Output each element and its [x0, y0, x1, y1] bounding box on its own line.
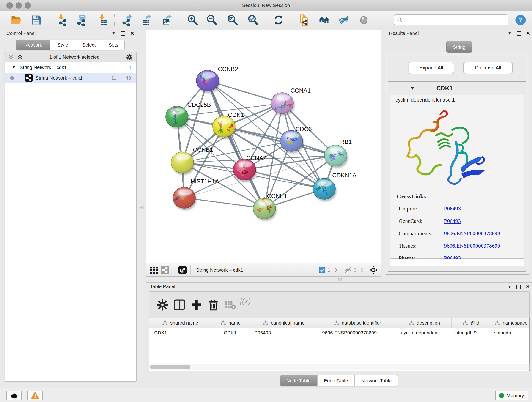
results-horizontal-scrollbar[interactable] [390, 259, 524, 266]
network-overview-button[interactable] [160, 265, 170, 274]
function-builder-button-disabled: f(x) [240, 297, 260, 309]
search-input[interactable] [405, 16, 507, 24]
collection-expander-icon[interactable]: ▼ [12, 65, 16, 70]
zoom-in-button[interactable] [186, 14, 198, 26]
selected-checkbox-icon[interactable] [319, 267, 326, 274]
tab-string[interactable]: String [446, 41, 472, 53]
crosslink-row: Uniprot:P06493 [399, 206, 461, 212]
export-image-button[interactable] [160, 14, 172, 26]
float-panel-icon[interactable]: ▼ [507, 284, 511, 289]
tab-network-table[interactable]: Network Table [355, 375, 398, 386]
column-header-canonicalname[interactable]: canonical name [250, 318, 318, 328]
add-column-button[interactable] [190, 298, 203, 311]
network-row-selected[interactable]: String Network – cdk1 11 48 [5, 73, 136, 83]
detach-view-button[interactable] [178, 265, 187, 274]
export-network-button[interactable] [121, 14, 133, 26]
collapse-all-button[interactable]: Collapse All [463, 62, 513, 74]
expand-all-button[interactable]: Expand All [409, 62, 454, 74]
crosslink-link[interactable]: P06493 [444, 218, 461, 224]
network-home-button[interactable] [318, 14, 330, 26]
node-label: CDC6 [296, 126, 312, 133]
cloud-status-button[interactable] [6, 391, 22, 400]
zoom-out-button[interactable] [206, 14, 218, 26]
left-splitter-handle[interactable] [140, 206, 144, 210]
control-panel-window-controls: ▼ ✕ [112, 31, 134, 36]
network-node-ccna1[interactable]: CCNA1 [271, 87, 311, 116]
pan-crosshair-icon[interactable] [368, 265, 378, 275]
hide-panel-button[interactable] [338, 14, 350, 26]
close-panel-icon[interactable]: ✕ [526, 284, 530, 290]
column-header-name[interactable]: name [211, 318, 250, 328]
refresh-icon [273, 14, 285, 26]
expand-all-icon[interactable] [17, 54, 24, 61]
table-row[interactable]: CDK1CDK1P064939606.ENSP00000378699cyclin… [149, 328, 530, 338]
scrollbar-thumb[interactable] [150, 365, 190, 369]
warning-status-button[interactable] [27, 391, 43, 400]
open-session-button[interactable] [10, 14, 22, 26]
options-gear-icon[interactable] [125, 53, 133, 61]
memory-button[interactable]: Memory [495, 391, 528, 400]
table-header-row[interactable]: shared namenamecanonical namedatabase id… [149, 318, 530, 328]
hidden-eye-slash-icon[interactable] [344, 266, 352, 274]
tab-edge-table[interactable]: Edge Table [317, 375, 355, 386]
maximize-panel-icon[interactable] [516, 285, 521, 289]
import-network-file-button[interactable] [56, 14, 68, 26]
table-cell: CDK1 [149, 328, 211, 338]
maximize-panel-icon[interactable] [121, 32, 125, 36]
zoom-fit-button[interactable] [226, 14, 238, 26]
table-options-button[interactable] [156, 298, 169, 311]
crosslink-link[interactable]: 9606.ENSP00000378699 [444, 243, 500, 249]
horizontal-splitter-handle[interactable] [338, 278, 342, 281]
column-header-id[interactable]: @id [452, 318, 490, 328]
tab-node-table[interactable]: Node Table [280, 375, 317, 386]
tab-sets[interactable]: Sets [102, 40, 125, 50]
network-node-ccnb2[interactable]: CCNB2 [196, 65, 238, 93]
help-button[interactable]: ? [515, 14, 526, 26]
crosslink-link[interactable]: 9606.ENSP00000378699 [444, 230, 500, 236]
gear-icon [156, 298, 169, 311]
close-panel-icon[interactable]: ✕ [526, 31, 530, 36]
network-tree: ▼ String Network – cdk1 1 String Network… [5, 62, 136, 381]
network-node-rb1[interactable]: RB1 [324, 138, 352, 168]
table-horizontal-scrollbar[interactable] [149, 364, 530, 370]
network-node-cdkn1a[interactable]: CDKN1A [313, 172, 356, 201]
collapse-all-icon[interactable] [7, 54, 14, 61]
birdseye-grid-button[interactable] [149, 265, 158, 274]
save-session-button[interactable] [30, 14, 42, 26]
netbar-separator [190, 265, 191, 274]
show-column-button[interactable] [173, 298, 186, 311]
network-node-cdk1[interactable]: CDK1 [213, 111, 244, 139]
network-view-canvas[interactable]: CCNB2CCNA1CDC25BCDK1CDC6RB1CCNB1CCNA2CDK… [146, 30, 381, 264]
close-panel-icon[interactable]: ✕ [130, 31, 134, 36]
maximize-panel-icon[interactable] [517, 32, 521, 36]
crosslink-link[interactable]: P06493 [444, 206, 461, 211]
import-network-database-button[interactable] [76, 14, 88, 26]
zoom-selected-button[interactable] [247, 14, 259, 26]
network-edge-count: 48 [126, 75, 131, 81]
crosslinks-title: CrossLinks [397, 193, 426, 200]
network-collection-row[interactable]: ▼ String Network – cdk1 1 [5, 62, 136, 73]
tab-select[interactable]: Select [75, 40, 103, 50]
column-header-namespace[interactable]: namespace [490, 318, 530, 328]
network-node-cdc6[interactable]: CDC6 [280, 126, 312, 153]
delete-column-button[interactable] [207, 298, 220, 311]
import-table-button[interactable] [97, 14, 109, 26]
column-header-databaseidentifier[interactable]: database identifier [318, 318, 397, 328]
network-node-hist1h1a[interactable]: HIST1H1A [172, 178, 219, 211]
section-expander-icon[interactable]: ▼ [410, 86, 414, 91]
column-header-sharedname[interactable]: shared name [149, 318, 211, 328]
network-from-document-button[interactable] [298, 14, 310, 26]
network-node-ccnb1[interactable]: CCNB1 [171, 146, 213, 175]
float-panel-icon[interactable]: ▼ [508, 31, 512, 36]
apply-layout-button[interactable] [273, 14, 285, 26]
export-table-button[interactable] [140, 14, 152, 26]
float-panel-icon[interactable]: ▼ [112, 31, 116, 36]
tab-style[interactable]: Style [50, 40, 76, 50]
cdk1-section-header[interactable]: ▼ CDK1 [388, 82, 526, 95]
column-header-description[interactable]: description [397, 318, 452, 328]
node-gloss [259, 200, 272, 206]
show-eye-button[interactable] [358, 14, 370, 26]
network-graph[interactable]: CCNB2CCNA1CDC25BCDK1CDC6RB1CCNB1CCNA2CDK… [146, 30, 381, 263]
protein-structure-image [402, 108, 494, 191]
tab-network[interactable]: Network [16, 40, 51, 50]
